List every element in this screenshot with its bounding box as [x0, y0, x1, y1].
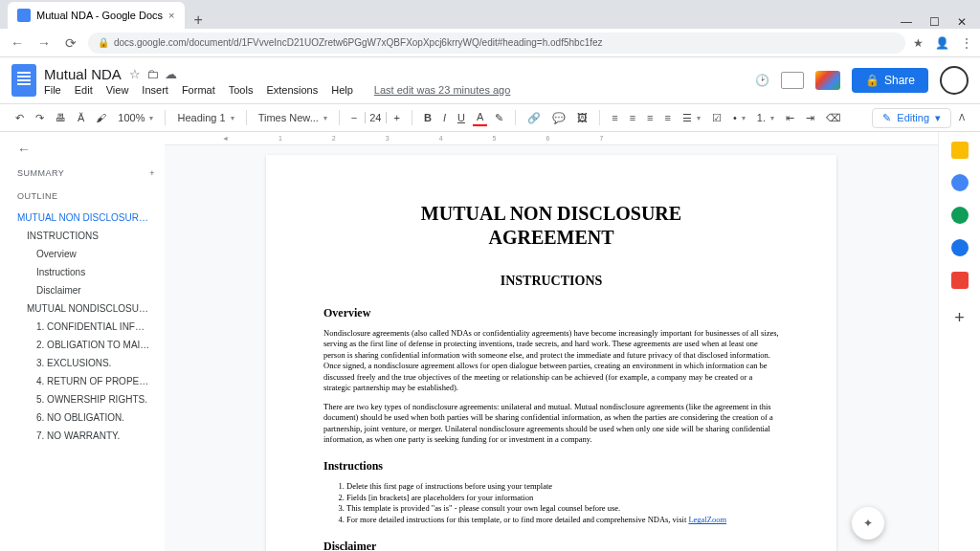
outline-item[interactable]: 1. CONFIDENTIAL INFORMA... [17, 318, 151, 336]
keep-icon[interactable] [951, 174, 969, 191]
menu-edit[interactable]: Edit [75, 84, 93, 96]
font-size-input[interactable]: 24 [365, 112, 386, 123]
font-size-increase[interactable]: + [390, 110, 404, 125]
decrease-indent-icon[interactable]: ⇤ [782, 110, 798, 126]
new-tab-button[interactable]: + [185, 11, 212, 29]
outline-item[interactable]: 3. EXCLUSIONS. [17, 354, 151, 372]
add-comment-icon[interactable]: 💬 [548, 110, 569, 126]
paint-format-icon[interactable]: 🖌 [92, 110, 110, 125]
print-icon[interactable]: 🖶 [52, 110, 70, 125]
cloud-status-icon[interactable]: ☁ [165, 67, 177, 81]
comment-history-icon[interactable]: 🕑 [755, 74, 769, 87]
paragraph-style-dropdown[interactable]: Heading 1 [173, 110, 237, 125]
menu-help[interactable]: Help [331, 84, 353, 96]
last-edit-link[interactable]: Last edit was 23 minutes ago [374, 84, 510, 96]
doc-heading-disclaimer: Disclaimer [323, 540, 779, 551]
browser-tab[interactable]: Mutual NDA - Google Docs × [8, 2, 185, 29]
back-icon[interactable]: ← [8, 35, 27, 51]
underline-button[interactable]: U [454, 110, 469, 125]
chrome-menu-icon[interactable]: ⋮ [961, 36, 972, 50]
outline-item[interactable]: 4. RETURN OF PROPERTY. [17, 372, 151, 390]
insert-link-icon[interactable]: 🔗 [523, 110, 545, 126]
outline-item[interactable]: Disclaimer [17, 281, 151, 299]
menu-bar: File Edit View Insert Format Tools Exten… [44, 84, 747, 96]
list-item: Fields [in brackets] are placeholders fo… [346, 493, 779, 504]
maps-icon[interactable] [951, 272, 969, 289]
spellcheck-icon[interactable]: Ă [74, 110, 88, 125]
outline-item[interactable]: MUTUAL NONDISCLOSURE AG... [17, 299, 151, 318]
outline-item[interactable]: 5. OWNERSHIP RIGHTS. [17, 390, 151, 408]
pencil-icon: ✎ [882, 112, 891, 124]
account-avatar[interactable] [940, 66, 969, 95]
italic-button[interactable]: I [439, 110, 450, 125]
align-right-icon[interactable]: ≡ [643, 110, 657, 125]
doc-ordered-list: Delete this first page of instructions b… [323, 481, 779, 527]
menu-insert[interactable]: Insert [142, 84, 168, 96]
hide-menus-icon[interactable]: ᐱ [955, 111, 969, 124]
maximize-icon[interactable]: ☐ [929, 15, 940, 29]
increase-indent-icon[interactable]: ⇥ [802, 110, 818, 126]
tasks-icon[interactable] [951, 207, 969, 224]
menu-tools[interactable]: Tools [229, 84, 254, 96]
outline-back-icon[interactable]: ← [17, 142, 165, 157]
profile-icon[interactable]: 👤 [935, 36, 949, 50]
document-page[interactable]: MUTUAL NON DISCLOSURE AGREEMENT INSTRUCT… [266, 155, 836, 551]
close-window-icon[interactable]: ✕ [957, 15, 967, 29]
align-justify-icon[interactable]: ≡ [661, 110, 675, 125]
highlight-button[interactable]: ✎ [491, 110, 507, 126]
font-size-decrease[interactable]: − [347, 110, 361, 125]
outline-item[interactable]: Overview [17, 245, 151, 263]
insert-image-icon[interactable]: 🖼 [573, 110, 591, 125]
extensions-icon[interactable]: ★ [913, 36, 924, 50]
docs-logo-icon[interactable] [11, 64, 36, 97]
reload-icon[interactable]: ⟳ [61, 35, 80, 51]
text-color-button[interactable]: A [473, 109, 487, 126]
present-icon[interactable] [781, 72, 804, 89]
menu-extensions[interactable]: Extensions [266, 84, 318, 96]
forward-icon[interactable]: → [34, 35, 54, 51]
numbered-list-icon[interactable]: 1. [753, 110, 778, 125]
docs-favicon [17, 9, 31, 22]
meet-icon[interactable] [815, 71, 840, 90]
menu-view[interactable]: View [106, 84, 129, 96]
calendar-icon[interactable] [951, 142, 969, 159]
outline-item[interactable]: Instructions [17, 263, 151, 281]
outline-item[interactable]: MUTUAL NON DISCLOSURE AG... [17, 209, 151, 227]
close-tab-icon[interactable]: × [168, 10, 174, 21]
outline-item[interactable]: 6. NO OBLIGATION. [17, 408, 151, 427]
clear-formatting-icon[interactable]: ⌫ [822, 110, 845, 126]
contacts-icon[interactable] [951, 239, 969, 256]
menu-format[interactable]: Format [182, 84, 215, 96]
move-icon[interactable]: 🗀 [146, 67, 159, 81]
add-on-plus-icon[interactable]: + [954, 308, 965, 328]
align-center-icon[interactable]: ≡ [626, 110, 639, 125]
menu-file[interactable]: File [44, 84, 61, 96]
list-item: Delete this first page of instructions b… [346, 481, 779, 493]
share-button[interactable]: 🔒 Share [852, 68, 928, 93]
redo-icon[interactable]: ↷ [32, 110, 48, 126]
align-left-icon[interactable]: ≡ [608, 110, 621, 125]
legalzoom-link[interactable]: LegalZoom [688, 515, 726, 524]
outline-item[interactable]: INSTRUCTIONS [17, 227, 151, 245]
outline-item[interactable]: 2. OBLIGATION TO MAINTAI... [17, 336, 151, 354]
add-summary-icon[interactable]: + [149, 168, 155, 178]
outline-item[interactable]: 7. NO WARRANTY. [17, 427, 151, 445]
document-title[interactable]: Mutual NDA [44, 66, 122, 82]
explore-button[interactable]: ✦ [852, 507, 884, 540]
bold-button[interactable]: B [420, 110, 435, 125]
doc-heading-title2: AGREEMENT [323, 227, 779, 249]
outline-heading: OUTLINE [17, 191, 165, 201]
checklist-icon[interactable]: ☑ [708, 110, 725, 126]
zoom-dropdown[interactable]: 100% [114, 110, 157, 125]
document-canvas: ◄1234567 MUTUAL NON DISCLOSURE AGREEMENT… [165, 132, 938, 551]
minimize-icon[interactable]: — [901, 15, 912, 29]
line-spacing-icon[interactable]: ☰ [679, 110, 704, 126]
bulleted-list-icon[interactable]: • [729, 110, 749, 125]
font-family-dropdown[interactable]: Times New... [255, 110, 331, 125]
url-input[interactable]: 🔒 docs.google.com/document/d/1FVvveIncD2… [88, 33, 905, 54]
star-icon[interactable]: ☆ [129, 67, 141, 81]
editing-mode-dropdown[interactable]: ✎ Editing ▾ [872, 108, 951, 128]
doc-heading-instructions-sub: Instructions [323, 459, 779, 474]
undo-icon[interactable]: ↶ [11, 110, 28, 126]
horizontal-ruler[interactable]: ◄1234567 [165, 132, 938, 145]
